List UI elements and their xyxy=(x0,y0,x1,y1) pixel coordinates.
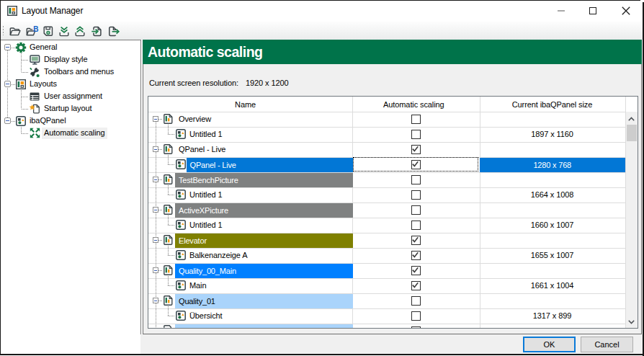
svg-text:B: B xyxy=(33,25,38,32)
